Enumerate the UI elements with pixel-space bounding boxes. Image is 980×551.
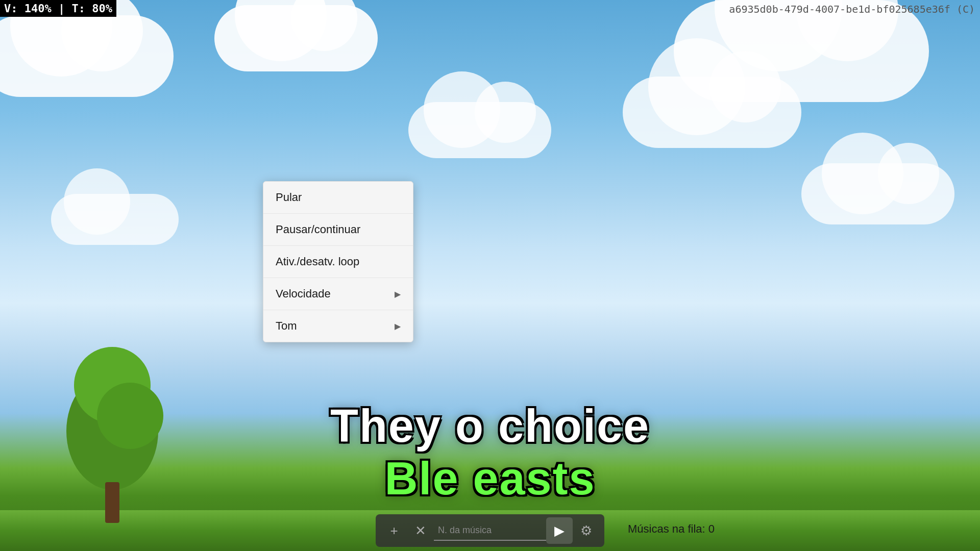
menu-item-loop[interactable]: Ativ./desatv. loop xyxy=(263,246,413,278)
tree-trunk xyxy=(105,482,119,523)
menu-item-velocidade-label: Velocidade xyxy=(276,287,331,300)
music-number-input[interactable] xyxy=(434,520,546,541)
menu-item-pular[interactable]: Pular xyxy=(263,182,413,214)
menu-item-pausar[interactable]: Pausar/continuar xyxy=(263,214,413,246)
add-button[interactable]: + xyxy=(381,517,407,544)
settings-button[interactable]: ⚙ xyxy=(573,517,599,544)
menu-item-loop-label: Ativ./desatv. loop xyxy=(276,255,359,268)
velocidade-submenu-arrow: ▶ xyxy=(395,289,401,299)
menu-item-pular-label: Pular xyxy=(276,191,302,204)
close-button[interactable]: ✕ xyxy=(407,517,434,544)
tom-submenu-arrow: ▶ xyxy=(395,321,401,331)
tree-foliage xyxy=(66,372,158,490)
hud-topleft: V: 140% | T: 80% xyxy=(0,0,116,17)
hud-topright: a6935d0b-479d-4007-be1d-bf025685e36f (C) xyxy=(724,0,980,18)
queue-count: Músicas na fila: 0 xyxy=(628,522,715,536)
menu-item-tom[interactable]: Tom ▶ xyxy=(263,310,413,342)
menu-item-velocidade[interactable]: Velocidade ▶ xyxy=(263,278,413,310)
menu-item-tom-label: Tom xyxy=(276,319,297,333)
bottom-toolbar: + ✕ ▶ ⚙ xyxy=(376,514,604,547)
context-menu: Pular Pausar/continuar Ativ./desatv. loo… xyxy=(263,181,413,342)
menu-item-pausar-label: Pausar/continuar xyxy=(276,223,360,236)
tree xyxy=(61,370,163,523)
play-button[interactable]: ▶ xyxy=(546,517,573,544)
